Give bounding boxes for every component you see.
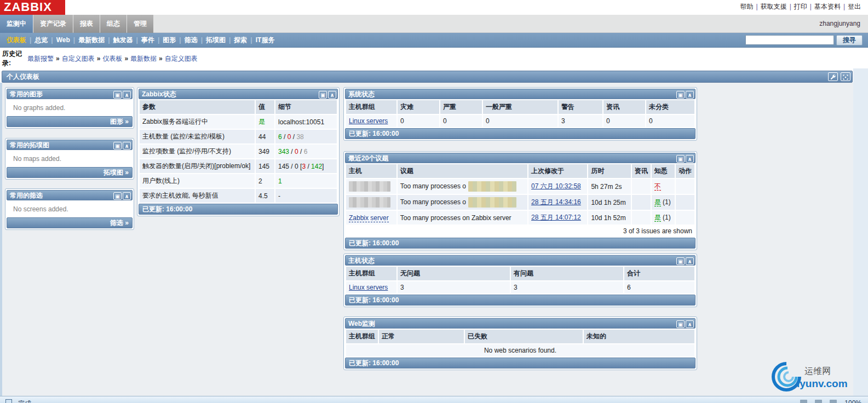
- dashboard-header: 个人仪表板: [2, 71, 853, 83]
- subtab-events[interactable]: 事件: [138, 33, 158, 47]
- tab-inventory[interactable]: 资产记录: [33, 15, 73, 33]
- profile-link[interactable]: 基本资料: [813, 3, 842, 10]
- widget-zabbix-status: Zabbix状态 ▣∧ 参数 值 细节 Zabbix服务器端运行中 是 loca…: [137, 87, 340, 216]
- web-monitoring-table: 主机群组 正常 已失败 未知的 No web scenarios found.: [345, 329, 695, 358]
- history-link[interactable]: 仪表板: [102, 55, 122, 62]
- subtab-triggers[interactable]: 触发器: [110, 33, 136, 47]
- subtab-maps[interactable]: 拓墣图: [203, 33, 229, 47]
- menu-icon[interactable]: ▣: [113, 142, 122, 149]
- empty-message: No screens added.: [7, 200, 133, 217]
- history-link[interactable]: 自定义图表: [62, 55, 95, 62]
- menu-icon[interactable]: ▣: [113, 91, 122, 99]
- event-time-link[interactable]: 28 五月 14:07:12: [531, 214, 581, 221]
- speaker-icon[interactable]: [800, 400, 807, 403]
- column-header: 上次修改于: [528, 164, 587, 178]
- dashboard-content: 常用的图形 ▣∧ No graphs added. 图形 » 常用的拓墣图 ▣∧…: [0, 83, 853, 396]
- menu-icon[interactable]: ▣: [676, 91, 685, 99]
- host-group-link[interactable]: Linux servers: [349, 117, 388, 125]
- value-cell: 是: [256, 115, 274, 129]
- ack-cell[interactable]: 是 (1): [652, 195, 675, 210]
- zoom-level[interactable]: 100%: [844, 399, 861, 403]
- table-row: Linux servers 3 3 6: [346, 281, 694, 293]
- maps-footer-link[interactable]: 拓墣图 »: [7, 167, 133, 178]
- menu-icon[interactable]: ▣: [676, 320, 685, 328]
- fullscreen-icon[interactable]: [841, 72, 850, 81]
- emoticon-icon[interactable]: [830, 400, 837, 403]
- column-header: 警告: [559, 100, 602, 114]
- menu-icon[interactable]: ▣: [676, 257, 685, 265]
- table-row: 用户数(线上) 2 1: [140, 174, 337, 188]
- history-link[interactable]: 自定义图表: [165, 55, 198, 62]
- host-link[interactable]: Zabbix server: [349, 214, 389, 222]
- empty-message: No web scenarios found.: [346, 344, 694, 356]
- printer-icon[interactable]: [815, 400, 822, 403]
- redacted-text: [468, 181, 516, 192]
- event-time-link[interactable]: 07 六月 10:32:58: [531, 182, 581, 190]
- menu-icon[interactable]: ▣: [676, 155, 685, 163]
- param-cell: Zabbix服务器端运行中: [140, 115, 255, 129]
- watermark-url: iyunv.com: [797, 378, 848, 390]
- subtab-overview[interactable]: 总览: [31, 33, 51, 47]
- details-cell: 6 / 0 / 38: [275, 130, 337, 143]
- severity-cell: 0: [603, 115, 645, 127]
- tab-reports[interactable]: 报表: [73, 15, 100, 33]
- tab-administration[interactable]: 管理: [127, 15, 153, 33]
- history-label: 历史记录:: [2, 49, 27, 68]
- support-link[interactable]: 获取支援: [759, 3, 789, 10]
- param-cell: 用户数(线上): [140, 174, 255, 188]
- top-links: 帮助|获取支援|打印|基本资料|登出: [739, 2, 863, 11]
- graphs-footer-link[interactable]: 图形 »: [7, 116, 133, 127]
- ack-cell[interactable]: 不: [652, 179, 675, 194]
- history-link[interactable]: 最新报警: [27, 55, 54, 62]
- system-status-table: 主机群组 灾难 严重 一般严重 警告 资讯 未分类 Linux servers …: [345, 99, 695, 128]
- subtab-graphs[interactable]: 图形: [159, 33, 179, 47]
- column-header: 历时: [588, 164, 630, 178]
- help-link[interactable]: 帮助: [739, 3, 755, 10]
- host-group-link[interactable]: Linux servers: [349, 284, 388, 291]
- menu-icon[interactable]: ▣: [113, 192, 122, 200]
- separator: |: [790, 3, 791, 10]
- ack-cell[interactable]: 是 (1): [652, 211, 675, 224]
- widget-favourite-screens: 常用的筛选 ▣∧ No screens added. 筛选 »: [5, 188, 134, 230]
- updated-footer: 已更新: 16:00:00: [345, 238, 695, 249]
- history-link[interactable]: 最新数据: [130, 55, 157, 62]
- separator: |: [756, 3, 758, 10]
- subtab-it-services[interactable]: IT服务: [252, 33, 278, 47]
- collapse-icon[interactable]: ∧: [123, 91, 131, 99]
- value-cell: 349: [256, 145, 274, 158]
- column-header: 合计: [624, 267, 694, 280]
- configure-wrench-icon[interactable]: [828, 72, 838, 81]
- subtab-web[interactable]: Web: [53, 33, 73, 47]
- last-change-cell: 07 六月 10:32:58: [528, 179, 587, 194]
- subtab-discovery[interactable]: 探索: [231, 33, 250, 47]
- updated-footer: 已更新: 16:00:00: [139, 204, 338, 215]
- logout-link[interactable]: 登出: [846, 3, 863, 10]
- host-cell-redacted: [346, 179, 396, 194]
- total-cell: 6: [624, 281, 694, 293]
- collapse-icon[interactable]: ∧: [686, 257, 694, 265]
- subtab-latest-data[interactable]: 最新数据: [75, 33, 108, 47]
- host-status-table: 主机群组 无问题 有问题 合计 Linux servers 3 3 6: [345, 266, 695, 295]
- collapse-icon[interactable]: ∧: [123, 142, 131, 149]
- column-header: 未分类: [646, 100, 694, 114]
- tab-configuration[interactable]: 组态: [100, 15, 127, 33]
- collapse-icon[interactable]: ∧: [686, 91, 694, 99]
- with-problems-cell: 3: [511, 281, 623, 293]
- menu-icon[interactable]: ▣: [319, 91, 327, 99]
- subtab-dashboard[interactable]: 仪表板: [3, 33, 30, 47]
- collapse-icon[interactable]: ∧: [123, 192, 131, 200]
- value-cell: 44: [256, 130, 274, 143]
- collapse-icon[interactable]: ∧: [686, 155, 694, 163]
- collapse-icon[interactable]: ∧: [686, 320, 694, 328]
- subtab-screens[interactable]: 筛选: [181, 33, 201, 47]
- separator: »: [124, 55, 128, 62]
- widget-title: Web监测: [348, 320, 375, 327]
- print-link[interactable]: 打印: [792, 3, 809, 10]
- search-button[interactable]: 搜寻: [836, 35, 863, 45]
- event-time-link[interactable]: 28 五月 14:34:16: [531, 198, 581, 206]
- screens-footer-link[interactable]: 筛选 »: [7, 217, 133, 228]
- collapse-icon[interactable]: ∧: [328, 91, 336, 99]
- info-cell: [632, 211, 651, 224]
- search-input[interactable]: [745, 35, 834, 45]
- tab-monitoring[interactable]: 监测中: [0, 15, 33, 33]
